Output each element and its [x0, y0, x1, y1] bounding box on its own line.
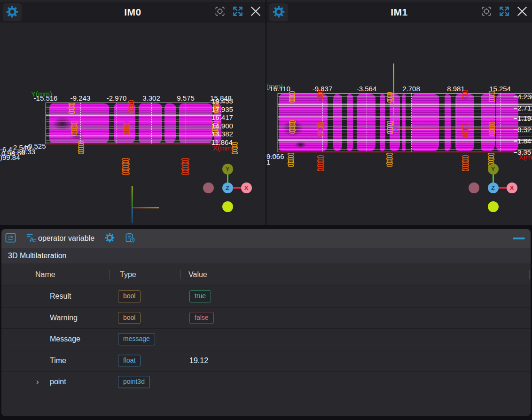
pointcloud-blob [357, 94, 376, 151]
plot-top-line [278, 93, 532, 94]
pointcloud-blob [481, 94, 495, 151]
variable-name: Result [50, 292, 71, 301]
pointcloud-blob [214, 103, 221, 143]
x-tick-label: -9.243 [70, 94, 91, 102]
app-window: IM0 YZXY(mm)-15.516-9.243-2.9703.3029.57… [0, 0, 532, 420]
variable-settings-icon[interactable] [104, 233, 115, 244]
collapse-panel-button[interactable] [513, 238, 525, 239]
grid-accent-line [46, 135, 221, 136]
coil-feature [287, 153, 295, 167]
x-tick-label: 3.302 [142, 94, 160, 102]
x-tick-label: -3.564 [357, 85, 377, 93]
gizmo-z-ball: Z [222, 182, 233, 193]
type-badge: point3d [118, 376, 150, 388]
z-tick-label: 9.33 [22, 148, 35, 156]
type-badge: bool [118, 291, 141, 303]
frame-marker-horizontal-line [398, 127, 532, 128]
y-tick-label: 11.864 [211, 138, 233, 146]
grid-vline [367, 93, 367, 152]
x-axis-line [278, 151, 532, 152]
z-tick-label: 0.98 [1, 150, 15, 158]
gizmo-negx-ball [203, 182, 214, 193]
coil-feature [231, 142, 238, 154]
column-divider [180, 270, 181, 279]
pointcloud-blob [390, 94, 400, 151]
pointcloud-blob [412, 94, 439, 151]
table-row-result[interactable]: Resultbooltrue [1, 286, 531, 308]
coil-feature [386, 92, 393, 103]
pointcloud-blob [380, 94, 385, 151]
gizmo-x-ball: X [241, 182, 252, 193]
table-row-message[interactable]: Messagemessage [1, 329, 531, 350]
x-tick-label: -16.110 [267, 85, 290, 93]
gizmo-x-ball: X [507, 182, 517, 193]
y-tick-mark [514, 152, 517, 153]
table-row-point[interactable]: ›pointpoint3d [1, 372, 531, 393]
3d-viewport[interactable]: YZX(mm)-16.110-9.837-3.5642.7088.98115.2… [266, 0, 532, 225]
pointcloud-speckle [70, 131, 84, 139]
plot-top-line [46, 103, 221, 103]
table-row-warning[interactable]: Warningboolfalse [1, 308, 531, 329]
coil-feature [123, 121, 130, 135]
coil-feature [462, 90, 469, 100]
grid-vline [117, 103, 117, 144]
variable-name: Message [50, 335, 80, 343]
type-badge: message [118, 333, 155, 346]
tripod-y-line [132, 186, 133, 208]
table-row-time[interactable]: Timefloat19.12 [1, 350, 531, 372]
y-axis-label: Y(mm) [31, 90, 52, 98]
frame-marker-z-tick [392, 125, 398, 130]
y-tick-mark [514, 129, 517, 130]
toolbar-title: operator variable [38, 229, 94, 248]
3d-viewport[interactable]: YZXY(mm)-15.516-9.243-2.9703.3029.57515.… [0, 0, 266, 225]
grid-vline [151, 103, 152, 144]
y-tick-label: 14.900 [211, 122, 233, 130]
pointcloud-blob [333, 94, 342, 151]
grid-vline [411, 93, 412, 152]
x-axis-label: X(m [519, 153, 532, 161]
coil-feature [78, 141, 85, 154]
z-tick-label: 1 [266, 158, 270, 166]
coil-feature [488, 91, 495, 102]
y-tick-mark [514, 141, 517, 142]
coil-feature [212, 102, 219, 113]
y-tick-label: 19.453 [211, 97, 233, 105]
variable-name: point [50, 378, 66, 386]
column-divider [109, 270, 110, 279]
pointcloud-blob [279, 94, 328, 151]
type-badge: bool [118, 312, 141, 324]
expand-chevron-icon[interactable]: › [36, 377, 39, 387]
pointcloud-blob [402, 94, 406, 151]
pointcloud-blob [139, 103, 162, 143]
z-axis-line [266, 151, 278, 154]
column-header-value: Value [188, 263, 207, 285]
viewport-panel-im1: IM1 YZX(mm)-16.110-9.837-3.5642.7088.981… [266, 0, 532, 225]
z-tick-label: -2.540 [11, 143, 31, 151]
pointcloud-speckle [295, 141, 306, 148]
type-badge: float [118, 355, 141, 367]
y-tick-mark [514, 96, 517, 97]
coil-feature [211, 121, 219, 135]
y-axis-line [277, 93, 278, 152]
variable-toolbar: var A operator variable [1, 229, 531, 248]
y-tick-mark [514, 108, 517, 109]
section-title: 3D Multilateration [1, 248, 531, 263]
x-tick-label: 9.575 [177, 94, 195, 102]
column-header-type: Type [120, 263, 136, 285]
x-tick-label: 15.848 [210, 94, 232, 102]
coil-feature [128, 100, 135, 113]
rename-variable-icon[interactable]: A [25, 233, 37, 244]
coil-feature [289, 120, 296, 134]
column-divider [529, 270, 530, 279]
y-axis-line [45, 103, 46, 144]
value-badge: true [189, 291, 211, 303]
grid-vline [500, 93, 501, 152]
coil-feature [317, 122, 324, 136]
var-icon[interactable]: var [5, 233, 16, 244]
grid-accent-line [278, 104, 532, 105]
history-icon[interactable] [124, 233, 135, 244]
y-tick-label: 17.935 [211, 105, 233, 113]
variable-table-body: ResultbooltrueWarningboolfalseMessagemes… [1, 286, 531, 416]
gizmo-z-ball: Z [488, 182, 499, 193]
y-tick-label: 1.84 [517, 137, 531, 145]
